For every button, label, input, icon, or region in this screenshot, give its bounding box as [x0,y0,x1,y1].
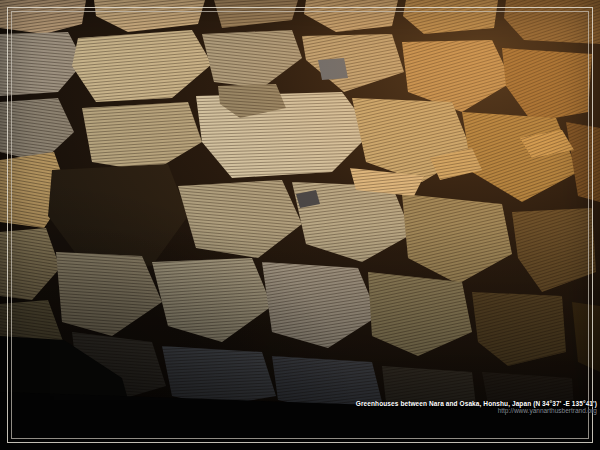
caption-url: http://www.yannarthusbertrand.org [356,407,597,414]
wallpaper: Greenhouses between Nara and Osaka, Hons… [0,0,600,450]
caption-title: Greenhouses between Nara and Osaka, Hons… [356,400,597,407]
aerial-photo [0,0,600,450]
photo-caption: Greenhouses between Nara and Osaka, Hons… [356,400,597,414]
